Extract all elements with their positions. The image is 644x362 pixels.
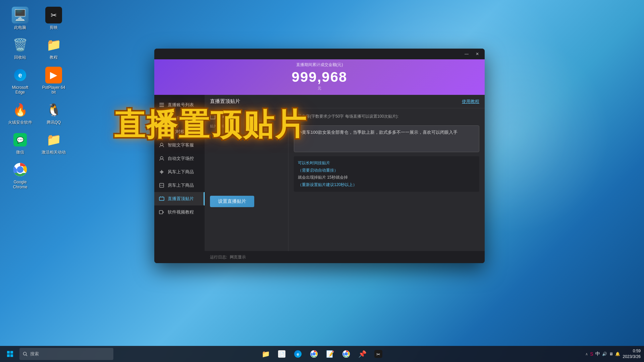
sidebar-item-room-product[interactable]: 房车上下商品 — [154, 179, 205, 192]
set-sticker-button[interactable]: 设置直播贴片 — [210, 196, 254, 207]
sticker-text-content[interactable]: 小黄车100款女装全部青仓，当季款上新，款式多多不一一展示，喜欢可以闭眼入手 — [294, 125, 479, 152]
folder1-icon-label: 教程 — [50, 55, 58, 60]
taskbar-app-explorer[interactable]: 📁 — [258, 347, 273, 361]
taskbar-app-chrome[interactable] — [307, 347, 321, 361]
tray-icon-1: S — [590, 351, 593, 357]
auto-hang-hint: 贴片会掉时再勾选 — [210, 124, 283, 129]
desktop-icon-recycle[interactable]: 🗑️ 回收站 — [7, 37, 34, 60]
desktop-icon-qq[interactable]: 🐧 腾讯QQ — [40, 102, 67, 125]
desktop-icons-area: 🖥️ 此电脑 ✂ 剪映 🗑️ 回收站 📁 教程 — [7, 7, 67, 189]
system-tray: ∧ S 中 🔊 🖥 🔔 — [585, 351, 620, 357]
svg-rect-11 — [159, 106, 164, 107]
svg-rect-25 — [7, 354, 10, 357]
capcut-icon-label: 剪映 — [50, 25, 58, 30]
sidebar-label-auto-text: 自动文字场控 — [168, 156, 194, 162]
svg-text:AI: AI — [160, 130, 163, 133]
svg-point-35 — [313, 353, 315, 355]
log-label: 运行日志: — [210, 254, 227, 260]
sidebar-item-wind-product[interactable]: 风车上下商品 — [154, 165, 205, 179]
taskbar: 搜索 📁 📄 — [0, 346, 644, 362]
qq-icon-img: 🐧 — [45, 102, 62, 118]
desktop-icon-chrome[interactable]: Google Chrome — [7, 161, 34, 189]
taskbar-app-sticky[interactable]: 📌 — [355, 347, 370, 361]
sidebar-item-auto-product[interactable]: 自动商品弹窗 — [154, 112, 205, 125]
sidebar: 直播账号列表 自动商品弹窗 — [154, 95, 205, 263]
pc-icon-label: 此电脑 — [14, 25, 26, 30]
sidebar-item-smart-text[interactable]: 智能文字客服 — [154, 138, 205, 152]
wechat-icon-label: 微信 — [16, 150, 24, 155]
svg-point-13 — [162, 120, 163, 121]
desktop-icon-fire[interactable]: 🔥 火绒安全软件 — [7, 102, 34, 125]
sidebar-item-ai-realtime[interactable]: AI AI实时模版 — [154, 125, 205, 138]
desktop-icon-capcut[interactable]: ✂ 剪映 — [40, 7, 67, 30]
desktop-icon-row-4: 🔥 火绒安全软件 🐧 腾讯QQ — [7, 102, 67, 125]
sidebar-item-live-sticker[interactable]: 直播置顶贴片 — [154, 192, 205, 205]
desktop-icon-pc[interactable]: 🖥️ 此电脑 — [7, 7, 34, 30]
sidebar-label-live-sticker: 直播置顶贴片 — [168, 196, 194, 202]
desktop-icon-edge[interactable]: e Microsoft Edge — [7, 67, 34, 95]
svg-rect-23 — [7, 351, 10, 354]
svg-rect-21 — [159, 210, 163, 214]
edge-icon-img: e — [12, 67, 29, 83]
time-display[interactable]: 0:59 2023/3/26 — [623, 348, 641, 360]
video-tutorial-icon — [158, 209, 165, 216]
active-indicator — [204, 192, 205, 205]
recycle-icon-label: 回收站 — [14, 55, 26, 60]
svg-marker-22 — [163, 211, 164, 213]
taskbar-app-edge[interactable]: e — [290, 347, 305, 361]
taskbar-app-chrome2[interactable] — [339, 347, 354, 361]
search-bar[interactable]: 搜索 — [19, 348, 113, 360]
auto-hang-checkbox[interactable] — [210, 114, 215, 119]
smart-text-icon — [158, 142, 165, 148]
desktop-icon-row-6: Google Chrome — [7, 161, 67, 189]
room-product-icon — [158, 182, 165, 189]
qq-icon-label: 腾讯QQ — [47, 120, 61, 125]
tray-arrow-icon[interactable]: ∧ — [585, 352, 588, 356]
svg-point-12 — [161, 120, 161, 121]
auto-hang-row: 自动重挂 — [210, 114, 283, 120]
note-1: 可以长时间挂贴片 — [298, 160, 475, 167]
svg-rect-10 — [159, 105, 164, 105]
tray-icon-5: 🔔 — [615, 352, 620, 356]
desktop: 🖥️ 此电脑 ✂ 剪映 🗑️ 回收站 📁 教程 — [0, 0, 644, 362]
note-4: （重新设置贴片建议120秒以上） — [298, 181, 475, 189]
tray-icon-2: 中 — [595, 351, 600, 357]
stats-bar: 直播期间累计成交金额(元) 999,968 元 — [154, 59, 485, 95]
taskbar-app-explorer2[interactable]: 📄 — [274, 347, 289, 361]
sidebar-item-video-tutorial[interactable]: 软件视频教程 — [154, 205, 205, 219]
notes-section: 可以长时间挂贴片 （需要启动自动重挂） 就会出现掉贴片 15秒就会掉 （重新设置… — [294, 156, 479, 192]
close-button[interactable]: ✕ — [473, 51, 482, 57]
sidebar-item-account-list[interactable]: 直播账号列表 — [154, 98, 205, 112]
sidebar-label-video-tutorial: 软件视频教程 — [168, 209, 194, 215]
tray-icon-4: 🖥 — [609, 352, 613, 356]
minimize-button[interactable]: — — [462, 51, 471, 57]
desktop-icon-player[interactable]: ▶ PotPlayer 64 bit — [40, 67, 67, 95]
desktop-icon-row-1: 🖥️ 此电脑 ✂ 剪映 — [7, 7, 67, 30]
left-panel: 自动重挂 贴片会掉时再勾选 设置直播贴片 — [205, 108, 288, 251]
taskbar-app-capcut[interactable]: ✂ — [371, 347, 386, 361]
log-value: 网页显示 — [230, 254, 246, 260]
svg-point-8 — [18, 167, 22, 172]
tutorial-link[interactable]: 使用教程 — [462, 99, 479, 105]
window-body: 直播账号列表 自动商品弹窗 — [154, 95, 485, 263]
clock-time: 0:59 — [623, 348, 641, 354]
desktop-icon-folder2[interactable]: 📁 激活相关动动 — [40, 131, 67, 155]
stats-sub: 元 — [161, 86, 478, 91]
desktop-icon-wechat[interactable]: 💬 微信 — [7, 131, 34, 155]
taskbar-right: ∧ S 中 🔊 🖥 🔔 0:59 2023/3/26 — [585, 348, 641, 360]
tray-icon-3: 🔊 — [602, 352, 607, 356]
svg-text:e: e — [297, 352, 299, 357]
fire-icon-label: 火绒安全软件 — [8, 120, 32, 125]
folder2-icon-label: 激活相关动动 — [42, 150, 66, 155]
wechat-icon-img: 💬 — [12, 131, 29, 148]
sidebar-label-ai: AI实时模版 — [168, 129, 189, 135]
taskbar-app-notepad[interactable]: 📝 — [323, 347, 337, 361]
sidebar-label-account-list: 直播账号列表 — [168, 102, 194, 108]
player-icon-label: PotPlayer 64 bit — [40, 85, 67, 95]
desktop-icon-folder1[interactable]: 📁 教程 — [40, 37, 67, 60]
sidebar-label-smart-text: 智能文字客服 — [168, 142, 194, 148]
sidebar-item-auto-text[interactable]: 自动文字场控 — [154, 152, 205, 165]
window-titlebar: — ✕ — [154, 49, 485, 59]
svg-text:📄: 📄 — [279, 352, 284, 357]
start-button[interactable] — [3, 347, 17, 361]
